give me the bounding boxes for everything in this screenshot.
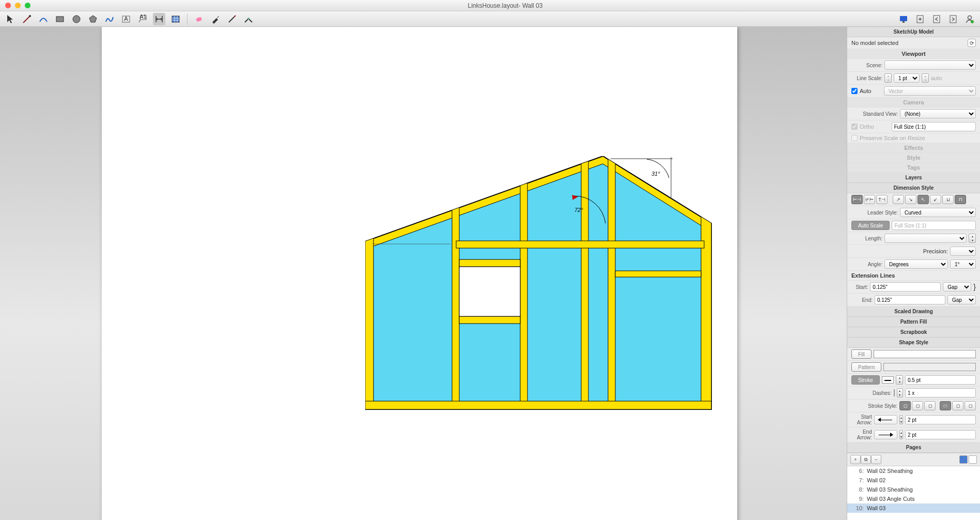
layers-header[interactable]: Layers [847,173,980,183]
pattern-fill-header[interactable]: Pattern Fill [847,317,980,327]
pattern-swatch[interactable] [883,363,976,371]
next-page-icon[interactable] [947,13,959,25]
precision-select[interactable] [950,247,976,256]
arc-tool[interactable] [37,13,50,25]
end-arrow-size[interactable] [905,430,976,439]
scene-select[interactable] [884,60,976,70]
page-item[interactable]: 8:Wall 03 Sheathing [847,485,980,494]
length-stepper[interactable] [969,234,976,243]
split-tool[interactable] [226,13,238,25]
stroke-width-input[interactable] [905,375,976,385]
page-item[interactable]: 10:Wall 03 [847,503,980,513]
dimension-style-header[interactable]: Dimension Style [847,183,980,193]
add-page-icon[interactable] [914,13,926,25]
dash-scale-input[interactable] [905,388,976,397]
join-tool[interactable] [242,13,255,25]
dash-preview[interactable] [894,389,895,396]
ext-start-input[interactable] [870,282,941,292]
cap-3[interactable]: ◻ [924,401,936,410]
eraser-tool[interactable] [193,13,205,25]
join-3[interactable]: ◻ [965,401,976,410]
align-2[interactable]: ↘ [905,195,916,204]
join-1[interactable]: ⬭ [940,401,951,410]
refresh-icon[interactable]: ⟳ [968,39,976,47]
presentation-icon[interactable] [897,13,910,25]
thumb-view-button[interactable] [969,455,977,464]
select-tool[interactable] [4,13,17,25]
ext-start-gap[interactable]: Gap [943,282,971,292]
dim-btn-1[interactable]: ⊢⊣ [851,195,863,204]
freehand-tool[interactable] [103,13,116,25]
viewport-section[interactable]: Viewport [847,49,980,59]
user-icon[interactable] [963,13,976,25]
label-tool[interactable]: A1 [136,13,149,25]
end-arrow-select[interactable] [874,430,897,439]
align-1[interactable]: ↗ [893,195,904,204]
start-arrow-stepper[interactable] [899,415,903,424]
line-tool[interactable] [21,13,33,25]
auto-stepper[interactable] [922,73,929,83]
render-select[interactable]: Vector [884,86,976,96]
cap-2[interactable]: ◻ [912,401,923,410]
dimension-tool[interactable] [153,13,165,25]
auto-checkbox[interactable] [851,88,858,94]
dash-stepper[interactable] [897,388,903,397]
canvas-area[interactable]: 72° 31° [0,27,847,520]
line-scale-select[interactable]: 1 pt [894,73,920,83]
previous-page-icon[interactable] [930,13,943,25]
leader-style-select[interactable]: Curved [900,208,976,217]
page-item[interactable]: 9:Wall 03 Angle Cuts [847,494,980,503]
fill-swatch[interactable] [874,350,976,358]
bracket-icon: } [973,283,976,291]
pages-header[interactable]: Pages [847,442,980,453]
line-scale-stepper[interactable] [884,73,892,83]
align-5[interactable]: ⊔ [942,195,954,204]
remove-page-button[interactable]: − [871,455,881,464]
rectangle-tool[interactable] [54,13,66,25]
auto-scale-button[interactable]: Auto Scale [851,221,890,230]
duplicate-page-button[interactable]: ⧉ [861,455,871,464]
scaled-drawing-header[interactable]: Scaled Drawing [847,307,980,317]
stroke-button[interactable]: Stroke [851,375,880,385]
page-item[interactable]: 7:Wall 02 [847,476,980,485]
content-area: 72° 31° SketchUp Model No model selected… [0,27,980,520]
align-4[interactable]: ↙ [930,195,941,204]
fill-button[interactable]: Fill [851,349,872,359]
ext-end-input[interactable] [875,295,945,304]
start-arrow-size[interactable] [905,415,976,424]
polygon-tool[interactable] [87,13,99,25]
standard-view-select[interactable]: (None) [900,109,976,118]
join-2[interactable]: ◻ [952,401,963,410]
add-page-button[interactable]: + [850,455,861,464]
align-3[interactable]: ↖ [917,195,929,204]
ext-end-gap[interactable]: Gap [947,295,976,304]
camera-section[interactable]: Camera [847,98,980,108]
circle-tool[interactable] [70,13,83,25]
effects-section[interactable]: Effects [847,143,980,153]
style-section[interactable]: Style [847,153,980,163]
close-button[interactable] [5,3,11,8]
tags-section[interactable]: Tags [847,163,980,173]
stroke-stepper[interactable] [896,375,903,385]
end-arrow-stepper[interactable] [899,430,903,439]
maximize-button[interactable] [25,3,30,8]
cap-1[interactable]: ◻ [899,401,911,410]
scrapbook-header[interactable]: Scrapbook [847,327,980,338]
length-select[interactable] [884,234,967,243]
start-arrow-select[interactable] [874,415,897,424]
table-tool[interactable] [169,13,182,25]
style-tool[interactable] [209,13,222,25]
list-view-button[interactable] [959,455,968,464]
angle-unit-select[interactable]: Degrees [884,259,948,269]
text-tool[interactable]: A [120,13,132,25]
align-6[interactable]: ⊓ [955,195,966,204]
dim-btn-3[interactable]: T⊣ [876,195,888,204]
angle-precision-select[interactable]: 1° [950,259,976,269]
shape-style-header[interactable]: Shape Style [847,338,980,348]
page-item[interactable]: 6:Wall 02 Sheathing [847,466,980,476]
minimize-button[interactable] [15,3,21,8]
pattern-button[interactable]: Pattern [851,362,881,372]
pages-list[interactable]: 6:Wall 02 Sheathing 7:Wall 02 8:Wall 03 … [847,466,980,520]
dim-btn-2[interactable]: ⊬⊢ [864,195,875,204]
stroke-preview[interactable] [882,376,894,384]
